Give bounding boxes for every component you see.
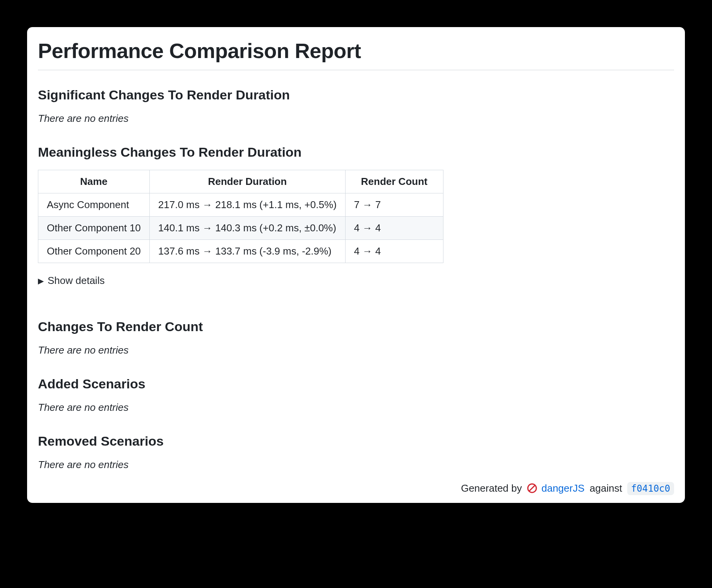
section-added-heading: Added Scenarios: [38, 376, 674, 391]
section-removed-heading: Removed Scenarios: [38, 434, 674, 449]
cell-duration: 217.0 ms → 218.1 ms (+1.1 ms, +0.5%): [149, 193, 345, 217]
table-header-row: Name Render Duration Render Count: [38, 170, 443, 193]
footer-against: against: [590, 482, 622, 494]
meaningless-table: Name Render Duration Render Count Async …: [38, 170, 443, 263]
section-meaningless: Meaningless Changes To Render Duration N…: [38, 145, 674, 305]
show-details-label: Show details: [48, 275, 104, 287]
disclosure-triangle-icon: ▶: [38, 277, 44, 285]
section-significant-heading: Significant Changes To Render Duration: [38, 87, 674, 103]
page-title: Performance Comparison Report: [38, 39, 674, 63]
section-removed: Removed Scenarios There are no entries: [38, 434, 674, 471]
table-row: Async Component 217.0 ms → 218.1 ms (+1.…: [38, 193, 443, 217]
section-significant: Significant Changes To Render Duration T…: [38, 87, 674, 125]
cell-duration: 137.6 ms → 133.7 ms (-3.9 ms, -2.9%): [149, 240, 345, 263]
title-divider: [38, 70, 674, 70]
col-count: Render Count: [345, 170, 443, 193]
cell-count: 4 → 4: [345, 217, 443, 240]
footer-generated-by: Generated by: [461, 482, 522, 494]
cell-count: 4 → 4: [345, 240, 443, 263]
show-details-toggle[interactable]: ▶ Show details: [38, 275, 104, 287]
table-row: Other Component 10 140.1 ms → 140.3 ms (…: [38, 217, 443, 240]
section-meaningless-heading: Meaningless Changes To Render Duration: [38, 145, 674, 160]
table-row: Other Component 20 137.6 ms → 133.7 ms (…: [38, 240, 443, 263]
section-render-count-heading: Changes To Render Count: [38, 319, 674, 334]
col-name: Name: [38, 170, 150, 193]
section-added: Added Scenarios There are no entries: [38, 376, 674, 414]
cell-name: Async Component: [38, 193, 150, 217]
no-entry-icon: [527, 483, 537, 493]
cell-duration: 140.1 ms → 140.3 ms (+0.2 ms, ±0.0%): [149, 217, 345, 240]
report-card: Performance Comparison Report Significan…: [27, 27, 685, 503]
section-render-count: Changes To Render Count There are no ent…: [38, 319, 674, 356]
dangerjs-link[interactable]: dangerJS: [541, 482, 584, 494]
section-significant-empty: There are no entries: [38, 113, 674, 125]
section-removed-empty: There are no entries: [38, 459, 674, 471]
col-duration: Render Duration: [149, 170, 345, 193]
section-added-empty: There are no entries: [38, 402, 674, 414]
cell-name: Other Component 10: [38, 217, 150, 240]
cell-count: 7 → 7: [345, 193, 443, 217]
footer: Generated by dangerJS against f0410c0: [38, 482, 674, 494]
section-render-count-empty: There are no entries: [38, 344, 674, 356]
commit-hash[interactable]: f0410c0: [627, 482, 674, 495]
cell-name: Other Component 20: [38, 240, 150, 263]
svg-line-1: [529, 485, 535, 491]
